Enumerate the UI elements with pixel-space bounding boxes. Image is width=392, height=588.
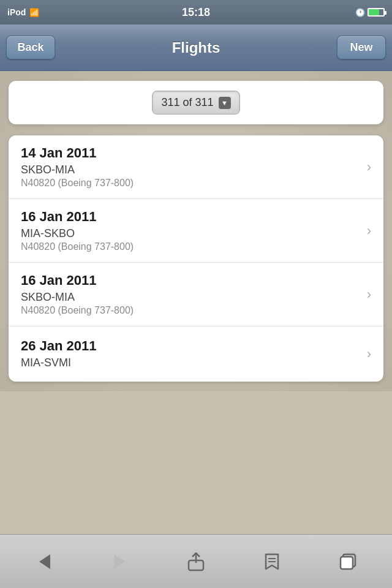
flight-item[interactable]: 16 Jan 2011 MIA-SKBO N40820 (Boeing 737-… [9, 199, 383, 263]
pagination-controls: 311 of 311 ▼ [9, 81, 383, 124]
flight-info: 16 Jan 2011 SKBO-MIA N40820 (Boeing 737-… [21, 273, 361, 316]
bottom-toolbar [0, 534, 392, 588]
tabs-icon [338, 552, 358, 571]
bookmarks-icon [262, 552, 282, 571]
clock-icon: 🕐 [355, 8, 365, 17]
new-button[interactable]: New [337, 36, 386, 59]
flight-aircraft: N40820 (Boeing 737-800) [21, 241, 361, 252]
flight-item[interactable]: 14 Jan 2011 SKBO-MIA N40820 (Boeing 737-… [9, 135, 383, 199]
dropdown-arrow: ▼ [221, 99, 228, 107]
battery-fill [369, 9, 379, 15]
status-left: iPod 📶 [7, 7, 39, 17]
wifi-icon: 📶 [29, 8, 39, 17]
flight-route: MIA-SVMI [21, 356, 361, 369]
flight-item[interactable]: 26 Jan 2011 MIA-SVMI › [9, 326, 383, 382]
flight-date: 26 Jan 2011 [21, 338, 361, 354]
flight-info: 16 Jan 2011 MIA-SKBO N40820 (Boeing 737-… [21, 209, 361, 252]
chevron-right-icon: › [367, 287, 371, 303]
share-button[interactable] [178, 546, 214, 577]
svg-rect-12 [341, 557, 353, 569]
page-counter[interactable]: 311 of 311 ▼ [152, 91, 239, 115]
back-button[interactable]: Back [6, 36, 55, 59]
flight-date: 14 Jan 2011 [21, 145, 361, 161]
flight-date: 16 Jan 2011 [21, 209, 361, 225]
page-title: Flights [172, 39, 221, 56]
back-toolbar-button[interactable] [26, 546, 62, 577]
flight-info: 26 Jan 2011 MIA-SVMI [21, 338, 361, 371]
svg-marker-6 [39, 554, 50, 569]
chevron-right-icon: › [367, 346, 371, 362]
chevron-right-icon: › [367, 223, 371, 239]
flight-date: 16 Jan 2011 [21, 273, 361, 288]
nav-bar: Back Flights New [0, 24, 392, 71]
page-counter-text: 311 of 311 [161, 96, 213, 109]
flight-item[interactable]: 16 Jan 2011 SKBO-MIA N40820 (Boeing 737-… [9, 263, 383, 326]
flight-aircraft: N40820 (Boeing 737-800) [21, 178, 361, 189]
share-icon [186, 552, 206, 571]
forward-toolbar-icon [110, 552, 130, 571]
flight-route: MIA-SKBO [21, 227, 361, 240]
flight-route: SKBO-MIA [21, 164, 361, 176]
status-right: 🕐 [355, 8, 385, 17]
svg-marker-7 [114, 554, 125, 569]
tabs-button[interactable] [330, 546, 366, 577]
bookmarks-button[interactable] [254, 546, 290, 577]
forward-toolbar-button[interactable] [102, 546, 138, 577]
flight-aircraft: N40820 (Boeing 737-800) [21, 305, 361, 316]
battery-icon [368, 8, 385, 17]
carrier-label: iPod [7, 7, 26, 17]
flight-info: 14 Jan 2011 SKBO-MIA N40820 (Boeing 737-… [21, 145, 361, 189]
chevron-right-icon: › [367, 159, 371, 175]
page-dropdown-button[interactable]: ▼ [219, 97, 231, 109]
flights-list: 14 Jan 2011 SKBO-MIA N40820 (Boeing 737-… [9, 135, 383, 382]
back-toolbar-icon [34, 552, 54, 571]
status-bar: iPod 📶 15:18 🕐 [0, 0, 392, 24]
flight-route: SKBO-MIA [21, 291, 361, 304]
status-time: 15:18 [182, 6, 210, 19]
main-content: 311 of 311 ▼ 14 Jan 2011 SKBO [0, 71, 392, 391]
